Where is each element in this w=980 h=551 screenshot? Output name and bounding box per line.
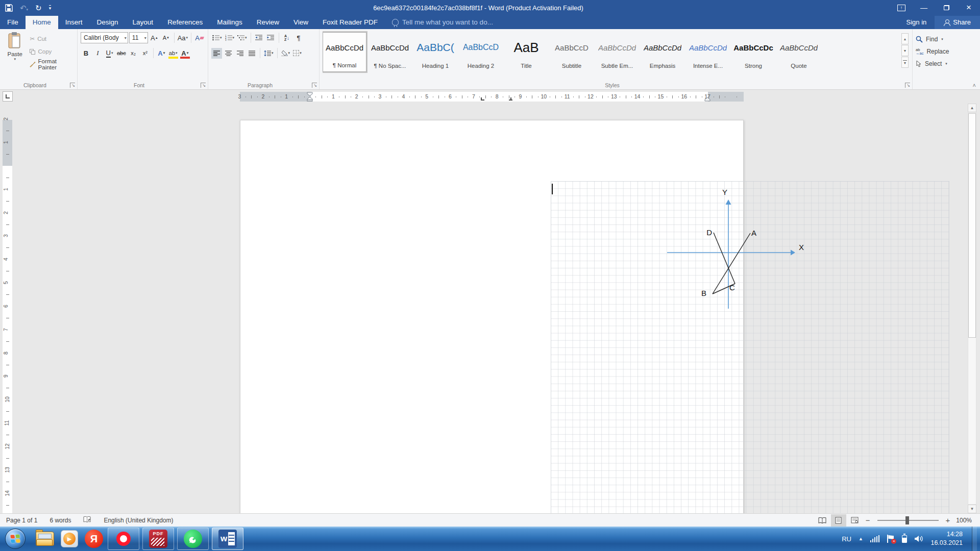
font-size-combo[interactable]: 11▾ (129, 32, 148, 43)
numbering-button[interactable]: 123▾ (224, 33, 236, 43)
styles-scroll-down-button[interactable]: ▼ (901, 45, 909, 56)
print-layout-button[interactable] (831, 514, 846, 527)
styles-scroll-up-button[interactable]: ▲ (901, 33, 909, 44)
tab-file[interactable]: File (0, 16, 26, 29)
style-subtleem[interactable]: AaBbCcDdSubtle Em... (595, 32, 639, 72)
vertical-ruler[interactable]: 211234567891011121314 (3, 104, 13, 513)
speaker-icon[interactable] (914, 535, 923, 543)
shrink-font-button[interactable]: A▼ (161, 33, 172, 43)
superscript-button[interactable]: x² (140, 48, 151, 59)
right-indent-marker[interactable] (704, 97, 710, 102)
battery-icon[interactable] (902, 535, 907, 543)
tab-references[interactable]: References (160, 16, 210, 29)
tab-insert[interactable]: Insert (58, 16, 90, 29)
style-intensee[interactable]: AaBbCcDdIntense E... (686, 32, 730, 72)
style-h2[interactable]: AaBbCcDHeading 2 (459, 32, 503, 72)
left-tab-stop-marker[interactable] (481, 97, 484, 101)
network-signal-icon[interactable] (870, 535, 880, 542)
subscript-button[interactable]: x₂ (128, 48, 139, 59)
show-desktop-button[interactable] (972, 527, 977, 551)
replace-button[interactable]: ab→ac Replace (916, 45, 977, 58)
share-button[interactable]: Share (935, 16, 980, 29)
paste-dropdown-arrow[interactable]: ▾ (14, 57, 16, 61)
style-title[interactable]: AaBTitle (504, 32, 548, 72)
taskbar-explorer-button[interactable] (34, 528, 56, 550)
cut-button[interactable]: ✂Cut (30, 33, 74, 44)
customize-qat-icon[interactable]: ▾ (49, 5, 52, 11)
format-painter-button[interactable]: Format Painter (30, 59, 74, 70)
zoom-in-button[interactable]: + (944, 516, 952, 524)
proofing-status[interactable] (77, 516, 97, 524)
clipboard-dialog-launcher[interactable]: ↘ (70, 83, 75, 88)
zoom-out-button[interactable]: − (864, 516, 872, 524)
style-emphasis[interactable]: AaBbCcDdEmphasis (641, 32, 684, 72)
sort-button[interactable]: AZ↓ (282, 33, 292, 43)
save-icon[interactable] (5, 4, 13, 12)
multilevel-list-button[interactable]: ▾ (236, 33, 248, 43)
font-dialog-launcher[interactable]: ↘ (201, 83, 206, 88)
taskbar-whatsapp-button[interactable] (177, 528, 209, 550)
copy-button[interactable]: Copy (30, 46, 74, 57)
align-center-button[interactable] (223, 48, 234, 59)
tab-foxit-reader-pdf[interactable]: Foxit Reader PDF (315, 16, 385, 29)
tab-review[interactable]: Review (250, 16, 286, 29)
line-spacing-button[interactable]: ▾ (263, 48, 275, 59)
zoom-slider[interactable] (877, 520, 939, 521)
change-case-button[interactable]: Aa▾ (177, 33, 188, 43)
taskbar-pdf-button[interactable]: PDF (142, 528, 174, 550)
zoom-level[interactable]: 100% (953, 517, 975, 524)
select-button[interactable]: Select▾ (916, 58, 977, 70)
align-right-button[interactable] (235, 48, 246, 59)
word-count[interactable]: 6 words (43, 517, 77, 524)
paragraph-dialog-launcher[interactable]: ↘ (312, 83, 317, 88)
scroll-down-button[interactable]: ▼ (968, 505, 976, 513)
align-left-button[interactable] (211, 48, 222, 59)
style-normal[interactable]: AaBbCcDd¶ Normal (323, 32, 366, 72)
grow-font-button[interactable]: A▲ (149, 33, 160, 43)
style-strong[interactable]: AaBbCcDcStrong (731, 32, 775, 72)
scroll-up-button[interactable]: ▲ (968, 104, 976, 112)
paste-button[interactable]: Paste ▾ (3, 32, 27, 80)
center-tab-stop-marker[interactable] (509, 97, 512, 101)
taskbar-clock[interactable]: 14:28 16.03.2021 (930, 530, 965, 547)
indent-marker[interactable] (307, 92, 313, 102)
styles-dialog-launcher[interactable]: ↘ (905, 83, 910, 88)
collapse-ribbon-chevron[interactable]: ˄ (973, 82, 976, 88)
highlight-color-button[interactable]: ab▾ (168, 48, 179, 59)
tell-me-box[interactable]: Tell me what you want to do... (385, 18, 500, 29)
taskbar-media-player-button[interactable]: ▶ (58, 528, 81, 550)
tab-layout[interactable]: Layout (126, 16, 161, 29)
redo-icon[interactable]: ↻ (35, 4, 42, 12)
style-h1[interactable]: AaBbC(Heading 1 (413, 32, 457, 72)
action-center-flag-icon[interactable]: × (887, 535, 895, 543)
justify-button[interactable] (247, 48, 257, 59)
bullets-button[interactable]: ▾ (211, 33, 223, 43)
shading-button[interactable]: ▾ (280, 48, 291, 59)
tab-design[interactable]: Design (90, 16, 126, 29)
decrease-indent-button[interactable] (254, 33, 264, 43)
style-subtitle[interactable]: AaBbCcDSubtitle (550, 32, 594, 72)
close-button[interactable]: × (958, 0, 980, 15)
tab-home[interactable]: Home (26, 16, 58, 29)
style-quote[interactable]: AaBbCcDdQuote (777, 32, 821, 72)
find-button[interactable]: Find▾ (916, 33, 977, 45)
zoom-slider-thumb[interactable] (905, 516, 909, 524)
scrollbar-thumb[interactable] (968, 113, 976, 338)
language-switcher[interactable]: RU (842, 535, 851, 543)
tab-mailings[interactable]: Mailings (210, 16, 250, 29)
start-button[interactable] (5, 529, 26, 549)
undo-icon[interactable]: ↶▾ (20, 4, 28, 12)
language-indicator[interactable]: English (United Kingdom) (97, 517, 179, 524)
horizontal-ruler[interactable]: 3211234567891011121314151617 (0, 92, 980, 102)
document-page[interactable]: ABCDXY (240, 120, 744, 513)
tab-view[interactable]: View (286, 16, 315, 29)
strikethrough-button[interactable]: abc (116, 48, 127, 59)
ribbon-display-options-button[interactable]: ↑ (890, 0, 913, 15)
maximize-restore-button[interactable] (935, 0, 958, 15)
font-color-button[interactable]: A▾ (180, 48, 190, 59)
increase-indent-button[interactable] (265, 33, 276, 43)
font-name-combo[interactable]: Calibri (Body▾ (81, 32, 128, 43)
sign-in-link[interactable]: Sign in (898, 18, 935, 29)
clear-formatting-button[interactable]: A (194, 33, 205, 43)
page-indicator[interactable]: Page 1 of 1 (0, 517, 43, 524)
